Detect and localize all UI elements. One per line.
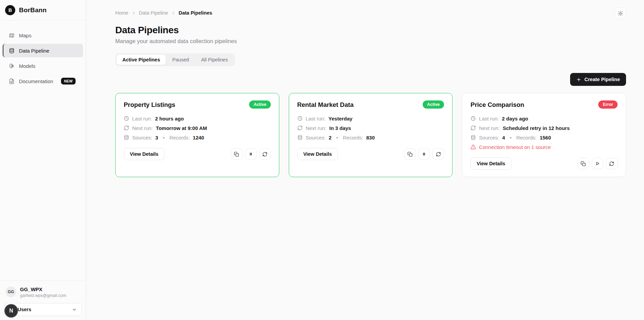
brain-icon <box>9 63 15 69</box>
brand-header: B BorBann <box>0 0 86 20</box>
pipeline-card-property-listings: Property Listings Active Last run: 2 hou… <box>115 93 279 177</box>
cursor-overlay-badge: N <box>4 304 18 318</box>
pipeline-tabs: Active Pipelines Paused All Pipelines <box>115 53 235 66</box>
sources-value: 4 <box>502 135 505 140</box>
sidebar: B BorBann Maps Data Pipeline <box>0 0 86 320</box>
run-refresh-button[interactable] <box>606 158 618 169</box>
breadcrumb-current: Data Pipelines <box>179 10 212 16</box>
database-icon <box>470 135 476 140</box>
tab-active-pipelines[interactable]: Active Pipelines <box>117 55 166 65</box>
breadcrumb: Home Data Pipeline Data Pipelines <box>115 8 212 16</box>
main-content: Home Data Pipeline Data Pipelines Data P… <box>86 0 644 320</box>
clock-icon <box>124 116 129 121</box>
pause-button[interactable] <box>245 148 257 160</box>
breadcrumb-data-pipeline[interactable]: Data Pipeline <box>139 10 168 16</box>
run-refresh-button[interactable] <box>259 148 271 160</box>
theme-toggle-button[interactable] <box>615 7 626 19</box>
play-button[interactable] <box>592 158 603 169</box>
users-select-value: Users <box>18 307 31 312</box>
pipeline-cards: Property Listings Active Last run: 2 hou… <box>115 93 626 177</box>
database-icon <box>297 135 303 140</box>
sidebar-item-documentation[interactable]: Documentation NEW <box>3 74 83 88</box>
sidebar-item-label: Models <box>19 63 35 69</box>
status-badge: Active <box>249 100 271 109</box>
page-title: Data Pipelines <box>115 25 626 36</box>
clock-icon <box>470 116 476 121</box>
view-details-button[interactable]: View Details <box>470 157 511 170</box>
next-run-value: In 3 days <box>329 125 351 131</box>
sidebar-item-data-pipeline[interactable]: Data Pipeline <box>3 44 83 57</box>
next-run-value: Scheduled retry in 12 hours <box>503 125 570 131</box>
sources-value: 3 <box>155 135 158 140</box>
last-run-value: 2 hours ago <box>155 116 184 121</box>
next-run-value: Tomorrow at 9:00 AM <box>156 125 207 131</box>
borbann-logo: B <box>5 5 15 15</box>
records-value: 1560 <box>540 135 551 140</box>
pipeline-card-price-comparison: Price Comparison Error Last run: 2 days … <box>462 93 626 177</box>
chevron-right-icon <box>132 11 136 15</box>
pipeline-name: Rental Market Data <box>297 100 354 109</box>
duplicate-button[interactable] <box>231 148 242 160</box>
create-pipeline-button[interactable]: Create Pipeline <box>570 73 626 86</box>
breadcrumb-home[interactable]: Home <box>115 10 128 16</box>
status-badge: Error <box>598 100 618 109</box>
sidebar-item-label: Documentation <box>19 78 53 84</box>
pipeline-name: Property Listings <box>124 100 175 109</box>
sources-value: 2 <box>329 135 331 140</box>
pause-button[interactable] <box>418 148 430 160</box>
refresh-icon <box>609 161 614 166</box>
refresh-icon <box>262 152 267 157</box>
app-name: BorBann <box>19 6 47 14</box>
database-icon <box>9 48 15 54</box>
user-email: garfield.wpx@gmail.com <box>20 293 66 298</box>
chevron-right-icon <box>171 11 176 15</box>
sidebar-item-models[interactable]: Models <box>3 59 83 73</box>
duplicate-button[interactable] <box>404 148 416 160</box>
map-icon <box>9 33 15 38</box>
pause-icon <box>248 152 253 156</box>
clock-icon <box>297 116 303 121</box>
chevron-down-icon <box>72 307 77 312</box>
records-value: 830 <box>366 135 375 140</box>
user-info: GG GG_WPX garfield.wpx@gmail.com <box>4 286 82 298</box>
copy-icon <box>234 152 239 157</box>
pause-icon <box>422 152 426 156</box>
view-details-button[interactable]: View Details <box>297 148 338 160</box>
copy-icon <box>581 161 586 166</box>
new-badge: NEW <box>61 78 76 84</box>
copy-icon <box>407 152 412 157</box>
refresh-icon <box>436 152 441 157</box>
error-message: Connection timeout on 1 source <box>479 144 551 150</box>
avatar: GG <box>5 286 16 297</box>
user-name: GG_WPX <box>20 286 66 292</box>
tab-paused[interactable]: Paused <box>166 55 195 65</box>
view-details-button[interactable]: View Details <box>124 148 164 160</box>
records-value: 1240 <box>193 135 204 140</box>
last-run-value: 2 days ago <box>502 116 528 121</box>
pipeline-card-rental-market-data: Rental Market Data Active Last run: Yest… <box>289 93 453 177</box>
page-subtitle: Manage your automated data collection pi… <box>115 38 626 44</box>
file-text-icon <box>9 78 15 84</box>
sidebar-item-label: Data Pipeline <box>19 48 49 54</box>
duplicate-button[interactable] <box>578 158 589 169</box>
sidebar-item-label: Maps <box>19 33 32 38</box>
sun-icon <box>618 11 623 16</box>
last-run-value: Yesterday <box>328 116 353 121</box>
tab-all-pipelines[interactable]: All Pipelines <box>195 55 234 65</box>
refresh-icon <box>124 125 129 131</box>
refresh-icon <box>470 125 476 131</box>
sidebar-item-maps[interactable]: Maps <box>3 29 83 42</box>
sidebar-nav: Maps Data Pipeline Models <box>0 20 86 88</box>
database-icon <box>124 135 129 140</box>
play-icon <box>595 161 600 166</box>
warning-icon <box>470 144 476 150</box>
refresh-icon <box>297 125 303 131</box>
plus-icon <box>576 77 581 82</box>
status-badge: Active <box>423 100 444 109</box>
pipeline-name: Price Comparison <box>470 100 524 109</box>
run-refresh-button[interactable] <box>432 148 444 160</box>
